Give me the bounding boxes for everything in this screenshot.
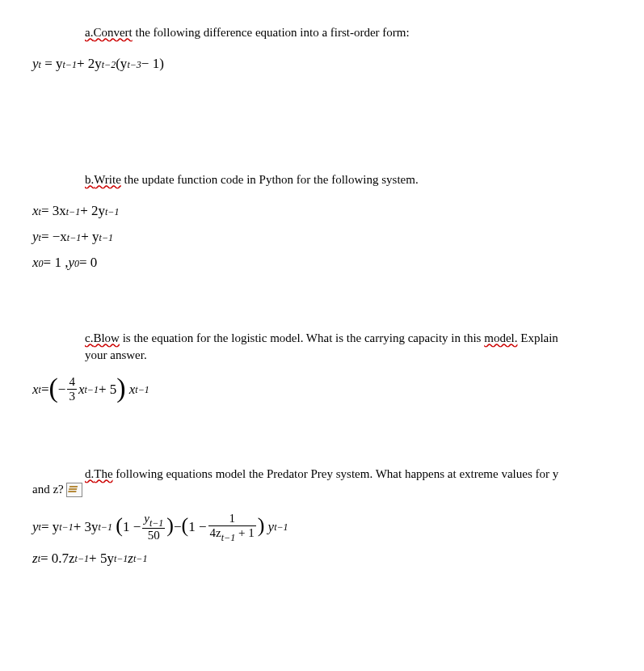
andz-text: and z?	[32, 483, 66, 496]
text-c-line2: your answer.	[85, 348, 147, 361]
question-c: c.Blow is the equation for the logistic …	[32, 330, 612, 403]
prompt-a: a.Convert the following difference equat…	[85, 24, 612, 41]
equation-a: yt = yt−1 + 2yt−2(yt−3 − 1)	[32, 53, 612, 74]
text-c1: is the equation for the logistic model. …	[120, 331, 484, 344]
prompt-b: b.Write the update function code in Pyth…	[85, 171, 612, 188]
text-d: following equations model the Predator P…	[113, 467, 559, 480]
equation-b2: yt = −xt−1 + yt−1	[32, 226, 612, 247]
label-c: c.Blow	[85, 331, 120, 344]
equation-d1: yt = yt−1 + 3yt−1 (1 − yt−1 50 ) − (1 − …	[32, 513, 612, 542]
question-a: a.Convert the following difference equat…	[32, 24, 612, 74]
label-d: d.The	[85, 467, 113, 480]
fraction-c: 4 3	[67, 376, 77, 403]
equation-b3: x0 = 1 , y0 = 0	[32, 252, 612, 273]
prompt-d: d.The following equations model the Pred…	[85, 467, 612, 481]
fraction-d2: 1 4zt−1 + 1	[208, 513, 256, 542]
prompt-c: c.Blow is the equation for the logistic …	[85, 330, 612, 364]
prompt-d-line2: and z?	[32, 483, 612, 498]
text-a: the following difference equation into a…	[133, 26, 410, 39]
label-b: b.Write	[85, 173, 121, 186]
equation-d2: zt = 0.7zt−1 + 5yt−1zt−1	[32, 548, 612, 569]
text-c2: Explain	[517, 331, 558, 344]
text-model: model.	[484, 331, 517, 344]
equation-editor-icon[interactable]	[66, 483, 82, 497]
fraction-d1: yt−1 50	[142, 513, 165, 542]
equation-c: xt = ( − 4 3 xt−1 + 5 ) xt−1	[32, 376, 612, 403]
text-b: the update function code in Python for t…	[121, 173, 419, 186]
question-d: d.The following equations model the Pred…	[32, 467, 612, 569]
question-b: b.Write the update function code in Pyth…	[32, 171, 612, 273]
label-a: a.Convert	[85, 26, 133, 39]
equation-b1: xt = 3xt−1 + 2yt−1	[32, 200, 612, 222]
